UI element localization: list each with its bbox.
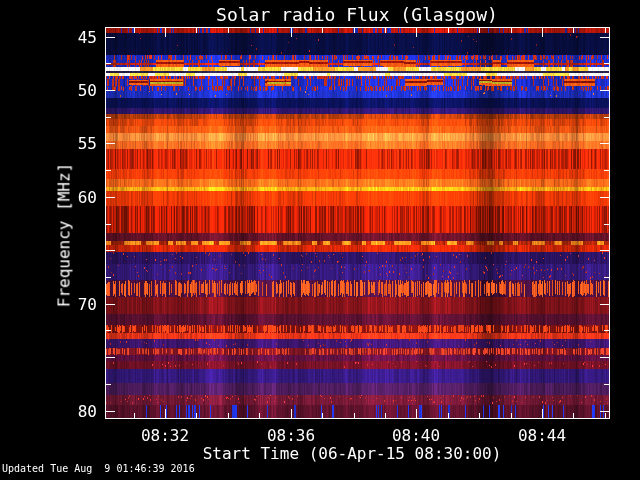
- x-tick-label: 08:36: [255, 426, 327, 445]
- y-tick-label: 80: [0, 402, 97, 421]
- x-tick-label: 08:44: [506, 426, 578, 445]
- solar-radio-flux-plot: Solar radio Flux (Glasgow) Frequency [MH…: [0, 0, 640, 480]
- y-tick-label: 60: [0, 188, 97, 207]
- x-tick-label: 08:32: [129, 426, 201, 445]
- y-tick-label: 55: [0, 134, 97, 153]
- x-axis-label: Start Time (06-Apr-15 08:30:00): [172, 444, 532, 463]
- updated-timestamp: Updated Tue Aug 9 01:46:39 2016: [2, 463, 195, 474]
- plot-title: Solar radio Flux (Glasgow): [105, 4, 609, 25]
- y-tick-label: 70: [0, 295, 97, 314]
- y-tick-label: 45: [0, 28, 97, 47]
- x-tick-label: 08:40: [380, 426, 452, 445]
- y-tick-label: 50: [0, 81, 97, 100]
- y-axis-label: Frequency [MHz]: [55, 163, 74, 308]
